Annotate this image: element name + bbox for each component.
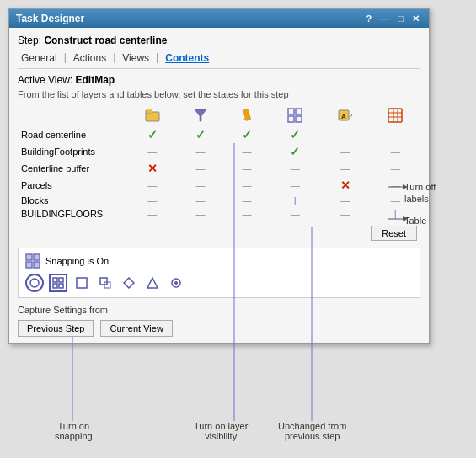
check-icon: ✓	[195, 128, 206, 141]
cell-labels: ✕	[320, 177, 371, 194]
line-marker: |	[394, 209, 397, 219]
svg-rect-19	[26, 254, 32, 260]
capture-label: Capture Settings from	[18, 305, 420, 315]
cell-selectable: —	[178, 160, 224, 177]
svg-rect-24	[53, 278, 57, 282]
cell-editable: ✓	[223, 126, 270, 143]
dash-icon: —	[340, 163, 350, 173]
cell-editable: —	[223, 207, 270, 221]
dash-icon: —	[291, 209, 300, 219]
layer-name: Blocks	[18, 194, 127, 207]
cell-editable: —	[223, 177, 270, 194]
dash-icon: —	[340, 130, 350, 140]
svg-marker-3	[195, 109, 206, 121]
check-icon: ✓	[147, 128, 158, 141]
cell-snapping: —	[270, 160, 320, 177]
editable-icon	[240, 108, 254, 123]
snap-point-icon[interactable]	[25, 274, 44, 292]
dash-icon: —	[195, 180, 205, 190]
svg-rect-29	[100, 278, 107, 285]
dash-icon: —	[195, 209, 205, 219]
cell-table: —	[370, 160, 420, 177]
check-icon: ✓	[290, 145, 300, 158]
nav-tabs: General | Actions | Views | Contents	[18, 51, 420, 69]
table-row: Road centerline ✓ ✓ ✓ ✓ — —	[18, 126, 420, 143]
snap-diamond-icon[interactable]	[120, 274, 138, 292]
reset-row: Reset	[18, 221, 420, 242]
cell-editable: —	[223, 143, 270, 160]
previous-step-button[interactable]: Previous Step	[18, 320, 94, 337]
selectable-icon	[194, 108, 207, 123]
dash-icon: —	[147, 180, 157, 190]
svg-rect-2	[147, 109, 152, 113]
svg-rect-7	[296, 109, 302, 114]
table-row: BUILDINGFLOORS — — — — — |	[18, 207, 420, 221]
dash-icon: —	[242, 180, 251, 190]
cross-icon: ✕	[147, 162, 158, 175]
tab-general[interactable]: General	[18, 51, 61, 65]
dash-icon: —	[391, 146, 400, 157]
dash-icon: —	[242, 209, 251, 219]
check-icon: ✓	[242, 128, 252, 141]
layer-name: BUILDINGFLOORS	[18, 207, 127, 221]
svg-rect-26	[53, 284, 57, 288]
tab-actions[interactable]: Actions	[70, 51, 110, 65]
cell-visible: ✕	[127, 160, 178, 177]
maximize-button[interactable]: □	[395, 13, 406, 24]
svg-point-23	[30, 279, 39, 287]
svg-rect-6	[288, 109, 294, 114]
annotation-turn-off-labels: Turn offlabels	[404, 181, 436, 205]
col-visible-header[interactable]	[127, 106, 178, 126]
snap-square-icon[interactable]	[72, 274, 91, 292]
reset-button[interactable]: Reset	[371, 226, 417, 241]
table-row: Centerline buffer ✕ — — — — —	[18, 160, 420, 177]
close-button[interactable]: ✕	[409, 13, 422, 24]
dash-icon: —	[195, 195, 205, 205]
col-editable-header[interactable]	[223, 106, 270, 126]
cell-snapping: |	[270, 194, 320, 207]
snap-triangle-icon[interactable]	[143, 274, 162, 292]
annotation-visibility: Turn on layervisibility	[194, 421, 248, 441]
help-button[interactable]: ?	[364, 13, 375, 24]
cell-editable: —	[223, 160, 270, 177]
cell-visible: —	[127, 207, 178, 221]
cell-table: —	[370, 143, 420, 160]
cell-visible: —	[127, 143, 178, 160]
cell-visible: ✓	[127, 126, 178, 143]
cell-snapping: —	[270, 177, 320, 194]
cell-labels: —	[320, 143, 371, 160]
active-view-label: Active View:	[18, 74, 72, 86]
tab-views[interactable]: Views	[119, 51, 152, 65]
title-bar-controls: ? — □ ✕	[364, 13, 422, 24]
col-labels-header[interactable]: A	[320, 106, 371, 126]
cell-selectable: —	[178, 143, 224, 160]
minimize-button[interactable]: —	[377, 13, 392, 24]
snapping-label: Snapping is On	[45, 256, 109, 266]
current-view-button[interactable]: Current View	[100, 320, 172, 337]
cell-labels: —	[320, 194, 371, 207]
tab-contents[interactable]: Contents	[162, 51, 212, 65]
snap-ring-icon[interactable]	[167, 274, 185, 292]
dash-icon: —	[242, 163, 251, 173]
svg-rect-20	[34, 254, 40, 260]
dash-icon: —	[242, 195, 251, 205]
snapping-header: Snapping is On	[25, 253, 413, 269]
svg-rect-25	[59, 278, 63, 282]
col-selectable-header[interactable]	[178, 106, 224, 126]
snap-grid-icon[interactable]	[49, 274, 67, 292]
col-snapping-header[interactable]	[270, 106, 320, 126]
description: From the list of layers and tables below…	[18, 89, 420, 99]
cell-labels: —	[320, 207, 371, 221]
snap-corner-icon[interactable]	[96, 274, 115, 292]
svg-line-12	[350, 115, 352, 118]
task-designer-window: Task Designer ? — □ ✕ Step: Construct ro…	[8, 8, 430, 344]
annotation-table: Table	[404, 215, 426, 226]
svg-rect-9	[296, 116, 302, 122]
table-row: BuildingFootprints — — — ✓ — —	[18, 143, 420, 160]
dash-icon: —	[340, 209, 350, 219]
dash-icon: —	[195, 163, 205, 173]
col-table-header[interactable]	[370, 106, 420, 126]
table-icon	[388, 108, 403, 123]
visible-icon	[145, 108, 160, 123]
svg-rect-22	[34, 262, 40, 268]
